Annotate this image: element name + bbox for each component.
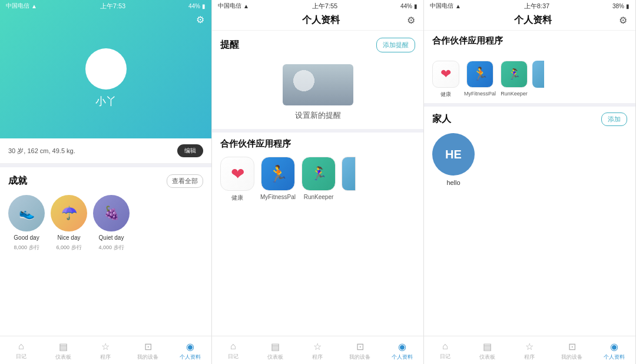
umbrella-icon: ☂️ [61,206,77,221]
partial-icon-3 [532,61,544,88]
tab-device-3[interactable]: ⊡ 我的设备 [551,339,593,363]
gear-icon-2[interactable]: ⚙ [407,15,415,26]
signal-icon: ▲ [31,3,37,9]
fitness-figure-icon: 🏃 [268,164,289,184]
panel-2: 中国电信 ▲ 上午7:55 44% ▮ 个人资料 ⚙ 提醒 添加提醒 设置新的提… [212,0,424,364]
battery-icon-3: ▮ [626,3,630,9]
health-icon-3: ❤ [432,61,459,88]
reminder-image [283,64,353,105]
health-app-name: 健康 [231,194,243,202]
achievements-title: 成就 [8,175,27,187]
health-name-3: 健康 [440,91,451,98]
achievements-header: 成就 查看全部 [0,167,211,193]
app-runkeeper-2[interactable]: 🏃‍♀️ RunKeeper [302,157,336,202]
fitness-icon-3: 🏃 [472,67,488,82]
status-left-2: 中国电信 ▲ [218,2,249,10]
achievement-quietday[interactable]: 🍇 Quiet day 4,000 步行 [93,195,130,252]
status-left-3: 中国电信 ▲ [430,2,461,10]
tab-diary-3[interactable]: ⌂ 日记 [424,339,466,363]
mfp-app-name: MyFitnessPal [260,194,296,200]
profile-icon-1: ◉ [186,341,194,352]
family-members-row: HE hello [432,133,627,186]
app-mfp-2[interactable]: 🏃 MyFitnessPal [260,157,296,202]
app-partial-2 [342,157,356,202]
tab-program-1[interactable]: ☆ 程序 [85,339,127,363]
app-mfp-3[interactable]: 🏃 MyFitnessPal [464,61,496,98]
partial-app-icon [342,157,356,191]
time-3: 上午8:37 [524,2,549,11]
device-label-3: 我的设备 [561,353,582,361]
app-runkeeper-3[interactable]: 🏃‍♀️ RunKeeper [501,61,528,98]
diary-icon-3: ⌂ [442,341,448,352]
partner-section-2: 合作伙伴应用程序 ❤ 健康 🏃 MyFitnessPal 🏃‍♀️ [212,133,423,208]
partner-title-3: 合作伙伴应用程序 [432,35,627,47]
diary-icon-2: ⌂ [230,341,236,352]
mfp-app-icon: 🏃 [261,157,295,191]
tab-dashboard-1[interactable]: ▤ 仪表板 [42,339,85,363]
view-all-link[interactable]: 查看全部 [167,174,203,188]
diary-icon-1: ⌂ [18,341,24,352]
time-2: 上午7:55 [312,2,337,11]
tab-device-2[interactable]: ⊡ 我的设备 [339,339,381,363]
tab-profile-3[interactable]: ◉ 个人资料 [593,339,635,363]
grapes-icon: 🍇 [104,206,120,221]
program-label-2: 程序 [312,353,323,361]
tab-device-1[interactable]: ⊡ 我的设备 [127,339,169,363]
avatar-1 [85,48,127,90]
partner-apps-row-3: ❤ 健康 🏃 MyFitnessPal 🏃‍♀️ RunKeeper [424,56,635,103]
diary-label-3: 日记 [440,353,450,360]
tab-dashboard-2[interactable]: ▤ 仪表板 [254,339,297,363]
family-member-he[interactable]: HE hello [432,133,475,186]
wifi-icon-3: ▲ [455,3,461,9]
status-right-2: 44% ▮ [400,3,418,9]
dashboard-icon-1: ▤ [59,341,68,352]
time-1: 上午7:53 [100,2,125,11]
app-health-3[interactable]: ❤ 健康 [432,61,459,98]
settings-gear-1[interactable]: ⚙ [196,14,204,25]
profile-label-1: 个人资料 [180,353,201,361]
gear-icon-3[interactable]: ⚙ [619,15,627,26]
tab-diary-1[interactable]: ⌂ 日记 [0,339,42,363]
profile-label-3: 个人资料 [604,353,625,361]
stats-bar: 30 岁, 162 cm, 49.5 kg. 编辑 [0,138,211,164]
mfp-name-3: MyFitnessPal [464,91,496,97]
mfp-icon-3: 🏃 [466,61,493,88]
reminder-header: 提醒 添加提醒 [212,31,423,58]
tab-bar-3: ⌂ 日记 ▤ 仪表板 ☆ 程序 ⊡ 我的设备 ◉ 个人资料 [424,336,635,364]
partner-apps-row-2: ❤ 健康 🏃 MyFitnessPal 🏃‍♀️ RunKeeper [220,157,415,202]
device-label-1: 我的设备 [137,353,158,361]
family-section: 家人 添加 HE hello [424,107,635,192]
status-left: 中国电信 ▲ [6,2,37,10]
edit-button[interactable]: 编辑 [177,144,203,157]
status-bar-3: 中国电信 ▲ 上午8:37 38% ▮ [424,0,635,12]
program-label-3: 程序 [524,353,535,361]
battery-1: 44% [188,3,200,9]
device-icon-1: ⊡ [144,341,152,352]
program-label-1: 程序 [100,353,111,361]
carrier-1: 中国电信 [6,2,29,10]
add-family-button[interactable]: 添加 [601,112,627,126]
run-figure-icon: 🏃‍♀️ [311,166,327,181]
tab-profile-2[interactable]: ◉ 个人资料 [381,339,423,363]
tab-program-2[interactable]: ☆ 程序 [297,339,339,363]
app-partial-3 [532,61,544,98]
achievement-circle-3: 🍇 [93,195,130,231]
wifi-icon-2: ▲ [243,3,249,9]
tab-diary-2[interactable]: ⌂ 日记 [212,339,254,363]
carrier-3: 中国电信 [430,2,453,10]
device-label-2: 我的设备 [349,353,370,361]
ach-steps-3: 4,000 步行 [98,244,124,252]
ach-name-3: Quiet day [99,234,124,241]
tab-program-3[interactable]: ☆ 程序 [509,339,551,363]
tab-profile-1[interactable]: ◉ 个人资料 [169,339,211,363]
device-icon-2: ⊡ [356,341,364,352]
tab-dashboard-3[interactable]: ▤ 仪表板 [466,339,509,363]
app-health-2[interactable]: ❤ 健康 [220,157,254,202]
battery-icon-2: ▮ [414,3,418,9]
reminder-content: 设置新的提醒 [212,58,423,129]
runkeeper-icon-3: 🏃‍♀️ [501,61,528,88]
achievement-niceday[interactable]: ☂️ Nice day 6,000 步行 [51,195,87,252]
add-reminder-button[interactable]: 添加提醒 [376,38,415,52]
family-title: 家人 [432,113,451,125]
achievement-goodday[interactable]: 👟 Good day 8,000 步行 [8,195,45,252]
